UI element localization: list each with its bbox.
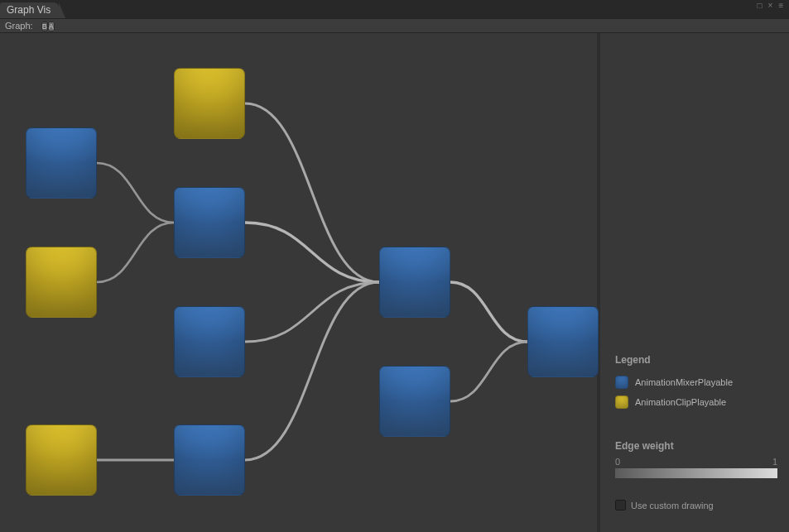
toolbar-button-b[interactable]: B [41,22,48,31]
edge-n8-n10 [450,282,527,342]
node-n1[interactable] [26,127,97,199]
node-n10[interactable] [527,306,599,377]
edge-weight-max: 1 [772,457,777,467]
edge-n5-n8 [245,223,379,282]
toolbar-button-a[interactable]: A [48,22,55,31]
node-n3[interactable] [26,424,97,496]
edge-n4-n8 [245,103,379,282]
node-n7[interactable] [174,424,245,496]
edge-weight-min: 0 [615,457,620,467]
node-n9[interactable] [379,366,450,437]
legend-swatch-blue [615,376,628,389]
edge-n9-n10 [450,342,527,401]
tab-graph-vis[interactable]: Graph Vis [0,2,59,18]
node-n5[interactable] [174,187,245,258]
node-n8[interactable] [379,247,450,318]
edge-n6-n8 [245,282,379,342]
close-icon[interactable]: × [766,2,775,11]
legend-title: Legend [615,354,777,366]
node-n6[interactable] [174,306,245,377]
use-custom-drawing-row[interactable]: Use custom drawing [615,500,777,510]
edge-weight-gradient[interactable] [615,468,777,478]
legend-label: AnimationClipPlayable [635,397,726,407]
legend-label: AnimationMixerPlayable [635,377,733,387]
use-custom-drawing-checkbox[interactable] [615,500,626,510]
edge-weight-labels: 0 1 [615,457,777,467]
node-n4[interactable] [174,68,245,139]
node-n2[interactable] [26,247,97,318]
legend-item-blue: AnimationMixerPlayable [615,372,777,392]
graph-label: Graph: [5,21,33,31]
use-custom-drawing-label: Use custom drawing [631,501,714,510]
edge-n1-n5 [97,163,174,223]
edge-n7-n8 [245,282,379,460]
edge-weight-title: Edge weight [615,440,777,452]
minimize-icon[interactable]: □ [755,2,764,11]
graph-canvas[interactable] [0,33,600,532]
menu-icon[interactable]: ≡ [777,2,786,11]
legend-swatch-yellow [615,395,628,409]
side-panel: Legend AnimationMixerPlayableAnimationCl… [604,33,789,532]
edge-n2-n5 [97,223,174,282]
toolbar: Graph: BA [0,18,789,33]
legend-item-yellow: AnimationClipPlayable [615,392,777,412]
window-titlebar: Graph Vis □ × ≡ [0,0,789,18]
